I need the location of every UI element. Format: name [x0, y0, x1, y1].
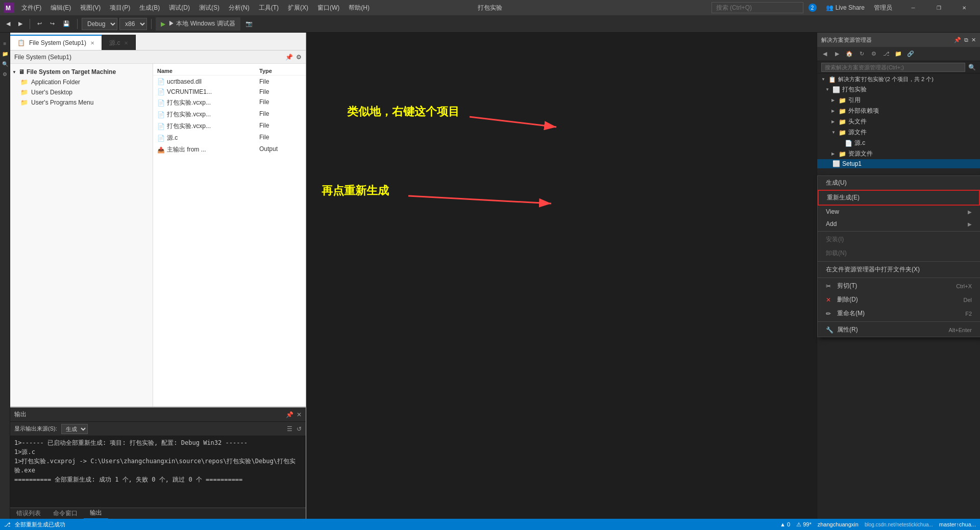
sidebar-icon-4[interactable]: ⚙: [1, 69, 10, 79]
menu-view[interactable]: 视图(V): [76, 2, 105, 14]
menu-file[interactable]: 文件(F): [17, 2, 45, 14]
sidebar-icon-2[interactable]: 📁: [1, 49, 10, 58]
menu-edit[interactable]: 编辑(E): [46, 2, 75, 14]
sol-setup1[interactable]: ⬜ Setup1: [817, 159, 980, 168]
sol-tb-back[interactable]: ◀: [819, 48, 830, 60]
ctx-build[interactable]: 生成(U): [818, 176, 980, 190]
minimize-button[interactable]: ─: [901, 0, 925, 15]
status-bar: ⎇ 全部重新生成已成功 ▲ 0 ⚠ 99* zhangchuangxin blo…: [0, 519, 980, 530]
ctx-properties[interactable]: 🔧 属性(R) Alt+Enter: [818, 323, 980, 337]
sol-tb-filter[interactable]: ⚙: [868, 48, 879, 60]
sol-tb-branch[interactable]: ⎇: [880, 48, 892, 60]
output-toolbar-btn-1[interactable]: ☰: [287, 425, 292, 433]
fs-header-pin-icon[interactable]: 📌: [285, 54, 293, 61]
ctx-view[interactable]: View ▶: [818, 206, 980, 218]
ctx-delete[interactable]: ✕ 删除(D) Del: [818, 293, 980, 307]
config-dropdown[interactable]: Debug: [82, 18, 117, 30]
menu-debug[interactable]: 调试(D): [165, 2, 194, 14]
tab-source-close[interactable]: ✕: [124, 40, 128, 46]
solution-search-icon[interactable]: 🔍: [968, 64, 976, 71]
menu-extensions[interactable]: 扩展(X): [284, 2, 312, 14]
fs-tree-root[interactable]: ▼ 🖥 File System on Target Machine: [10, 67, 153, 77]
menu-analyze[interactable]: 分析(N): [225, 2, 254, 14]
menu-build[interactable]: 生成(B): [135, 2, 164, 14]
fs-tree-app-folder[interactable]: 📁 Application Folder: [10, 77, 153, 87]
ctx-rename[interactable]: ✏ 重命名(M) F2: [818, 307, 980, 320]
status-ready[interactable]: 全部重新生成已成功: [15, 521, 65, 528]
menu-tools[interactable]: 工具(T): [255, 2, 283, 14]
back-button[interactable]: ◀: [3, 17, 13, 31]
file-row-1[interactable]: 📄 VCRUNTIME1... File: [153, 87, 306, 97]
redo-button[interactable]: ↪: [47, 17, 58, 31]
fs-tree-desktop[interactable]: 📁 User's Desktop: [10, 87, 153, 97]
sol-header-pin-icon[interactable]: 📌: [954, 37, 961, 43]
status-git-branch[interactable]: zhangchuangxin: [818, 521, 859, 527]
sol-header-close-icon[interactable]: ✕: [971, 37, 976, 43]
sol-headers[interactable]: ▶ 📁 头文件: [817, 116, 980, 127]
save-button[interactable]: 💾: [60, 17, 73, 31]
file-row-4[interactable]: 📄 打包实验.vcxp... File: [153, 120, 306, 132]
sol-tb-folders[interactable]: 📁: [893, 48, 904, 60]
bottom-tab-errors[interactable]: 错误列表: [10, 508, 47, 519]
file-row-5[interactable]: 📄 源.c File: [153, 132, 306, 144]
fs-tab-bar: 📋 File System (Setup1) ✕ 源.c ✕: [10, 33, 306, 51]
file-row-6[interactable]: 📤 主输出 from ... Output: [153, 144, 306, 156]
ctx-install-label: 安装(I): [826, 235, 844, 244]
ctx-open-folder[interactable]: 在文件资源管理器中打开文件夹(X): [818, 263, 980, 276]
menu-project[interactable]: 项目(P): [106, 2, 134, 14]
sol-tb-home[interactable]: 🏠: [844, 48, 855, 60]
status-remote[interactable]: master↑chua...: [939, 521, 976, 527]
tab-source[interactable]: 源.c ✕: [102, 35, 136, 50]
file-type-6: Output: [259, 145, 300, 154]
menu-window[interactable]: 窗口(W): [313, 2, 344, 14]
sol-tb-git[interactable]: 🔗: [905, 48, 916, 60]
menu-help[interactable]: 帮助(H): [345, 2, 374, 14]
output-pin-icon[interactable]: 📌: [286, 411, 293, 418]
forward-button[interactable]: ▶: [15, 17, 26, 31]
sol-resources[interactable]: ▶ 📁 资源文件: [817, 148, 980, 159]
sidebar-icon-1[interactable]: ≡: [1, 39, 10, 48]
fs-tree-programs[interactable]: 📁 User's Programs Menu: [10, 97, 153, 108]
search-input[interactable]: [712, 2, 803, 13]
camera-button[interactable]: 📷: [242, 17, 256, 31]
menu-test[interactable]: 测试(S): [195, 2, 224, 14]
status-warnings[interactable]: ⚠ 99*: [796, 521, 812, 528]
output-toolbar-btn-2[interactable]: ↺: [297, 425, 302, 433]
sol-tb-forward[interactable]: ▶: [831, 48, 843, 60]
maximize-button[interactable]: ❐: [927, 0, 950, 15]
sidebar-icon-3[interactable]: 🔍: [1, 59, 10, 68]
output-source-select[interactable]: 生成: [61, 424, 88, 434]
bottom-tab-cmd[interactable]: 命令窗口: [47, 508, 84, 519]
ctx-props-shortcut: Alt+Enter: [948, 327, 972, 333]
platform-dropdown[interactable]: x86: [119, 18, 147, 30]
sol-source-files[interactable]: ▼ 📁 源文件: [817, 127, 980, 138]
sol-header-float-icon[interactable]: ⧉: [964, 37, 968, 43]
status-git-icon[interactable]: ⎇: [4, 521, 11, 528]
undo-button[interactable]: ↩: [34, 17, 45, 31]
close-button[interactable]: ✕: [952, 0, 976, 15]
sol-project-packaging[interactable]: ▼ ⬜ 打包实验: [817, 84, 980, 95]
sol-source-c[interactable]: 📄 源.c: [817, 138, 980, 148]
sol-ext-deps[interactable]: ▶ 📁 外部依赖项: [817, 106, 980, 116]
tab-filesystem[interactable]: 📋 File System (Setup1) ✕: [10, 35, 102, 50]
manage-label[interactable]: 管理员: [874, 4, 892, 12]
run-button[interactable]: ▶ ▶ 本地 Windows 调试器: [156, 17, 240, 31]
status-errors[interactable]: ▲ 0: [780, 521, 790, 527]
file-row-2[interactable]: 📄 打包实验.vcxp... File: [153, 97, 306, 109]
bottom-tab-output[interactable]: 输出: [84, 508, 108, 519]
sol-references[interactable]: ▶ 📁 引用: [817, 95, 980, 106]
notification-badge[interactable]: 2: [808, 4, 817, 12]
ctx-add[interactable]: Add ▶: [818, 218, 980, 230]
tab-filesystem-close[interactable]: ✕: [90, 40, 94, 46]
file-row-3[interactable]: 📄 打包实验.vcxp... File: [153, 109, 306, 120]
solution-search-input[interactable]: [821, 63, 965, 72]
output-close-icon[interactable]: ✕: [297, 411, 302, 418]
file-row-0[interactable]: 📄 ucrtbased.dll File: [153, 77, 306, 87]
sol-solution-root[interactable]: ▼ 📋 解决方案'打包实验'(2 个项目，共 2 个): [817, 74, 980, 84]
fs-header-gear-icon[interactable]: ⚙: [296, 54, 302, 61]
ctx-rebuild[interactable]: 重新生成(E): [818, 190, 980, 206]
ctx-cut[interactable]: ✂ 剪切(T) Ctrl+X: [818, 279, 980, 293]
sol-ref-expand: ▶: [831, 98, 837, 103]
sol-tb-sync[interactable]: ↻: [856, 48, 867, 60]
live-share-button[interactable]: 👥 Live Share: [822, 3, 869, 13]
